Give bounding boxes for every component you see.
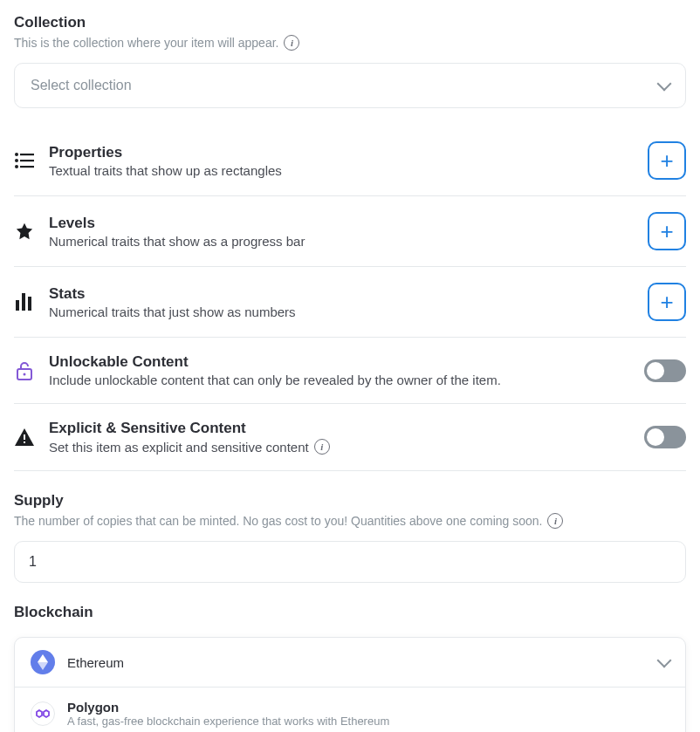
- stats-title: Stats: [49, 285, 634, 303]
- supply-desc: The number of copies that can be minted.…: [14, 513, 686, 529]
- unlock-icon: [14, 360, 35, 381]
- collection-title: Collection: [14, 14, 686, 31]
- svg-rect-8: [28, 297, 31, 311]
- unlockable-title: Unlockable Content: [49, 353, 630, 371]
- supply-section: Supply The number of copies that can be …: [14, 492, 686, 583]
- polygon-icon: [31, 701, 55, 726]
- divider: [14, 470, 686, 471]
- properties-desc: Textual traits that show up as rectangle…: [49, 163, 634, 178]
- info-icon[interactable]: i: [314, 439, 330, 455]
- explicit-desc: Set this item as explicit and sensitive …: [49, 439, 630, 455]
- collection-desc: This is the collection where your item w…: [14, 35, 686, 51]
- unlockable-row: Unlockable Content Include unlockable co…: [14, 338, 686, 403]
- chevron-down-icon: [657, 653, 672, 668]
- svg-point-4: [15, 165, 18, 168]
- blockchain-select: Ethereum Polygon A fast, gas-free blockc…: [14, 637, 686, 732]
- stats-row: Stats Numerical traits that just show as…: [14, 267, 686, 337]
- stats-icon: [14, 291, 35, 312]
- chevron-down-icon: [657, 77, 672, 92]
- svg-rect-7: [22, 293, 25, 311]
- explicit-title: Explicit & Sensitive Content: [49, 420, 630, 437]
- svg-rect-5: [20, 166, 34, 168]
- explicit-toggle[interactable]: [644, 426, 686, 448]
- blockchain-selected[interactable]: Ethereum: [15, 638, 685, 688]
- ethereum-icon: [31, 650, 55, 674]
- svg-point-10: [24, 373, 26, 375]
- unlockable-desc: Include unlockable content that can only…: [49, 373, 630, 387]
- warning-icon: [14, 427, 35, 448]
- list-icon: [14, 150, 35, 171]
- blockchain-selected-name: Ethereum: [67, 655, 124, 670]
- info-icon[interactable]: i: [284, 35, 299, 51]
- add-stats-button[interactable]: +: [648, 283, 686, 321]
- collection-select[interactable]: Select collection: [14, 63, 686, 108]
- info-icon[interactable]: i: [547, 513, 563, 529]
- svg-point-0: [15, 153, 18, 156]
- svg-rect-11: [24, 434, 25, 440]
- stats-desc: Numerical traits that just show as numbe…: [49, 304, 634, 319]
- levels-row: Levels Numerical traits that show as a p…: [14, 196, 686, 266]
- properties-row: Properties Textual traits that show up a…: [14, 126, 686, 195]
- blockchain-option-polygon[interactable]: Polygon A fast, gas-free blockchain expe…: [15, 688, 685, 732]
- star-icon: [14, 221, 35, 242]
- add-properties-button[interactable]: +: [648, 141, 686, 180]
- collection-placeholder: Select collection: [31, 78, 132, 93]
- svg-rect-6: [16, 300, 19, 311]
- collection-section: Collection This is the collection where …: [14, 14, 686, 108]
- levels-desc: Numerical traits that show as a progress…: [49, 234, 634, 249]
- blockchain-section: Blockchain Ethereum Polygon A fast, gas-…: [14, 604, 686, 732]
- levels-title: Levels: [49, 215, 634, 232]
- polygon-desc: A fast, gas-free blockchain experience t…: [67, 715, 389, 728]
- explicit-row: Explicit & Sensitive Content Set this it…: [14, 404, 686, 470]
- supply-input[interactable]: [14, 541, 686, 583]
- svg-rect-1: [20, 154, 34, 155]
- svg-rect-3: [20, 160, 34, 161]
- svg-rect-12: [24, 441, 25, 443]
- blockchain-title: Blockchain: [14, 604, 686, 621]
- svg-point-2: [15, 159, 18, 162]
- polygon-name: Polygon: [67, 700, 389, 715]
- supply-title: Supply: [14, 492, 686, 510]
- properties-title: Properties: [49, 144, 634, 161]
- unlockable-toggle[interactable]: [644, 359, 686, 382]
- add-levels-button[interactable]: +: [648, 212, 686, 250]
